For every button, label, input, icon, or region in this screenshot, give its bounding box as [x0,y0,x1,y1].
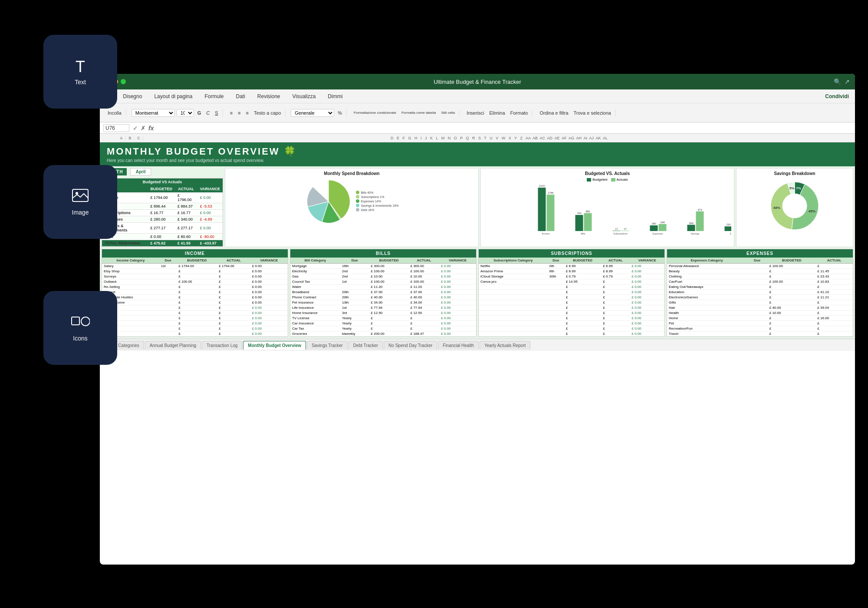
align-right[interactable]: ≡ [244,109,250,116]
formula-cross[interactable]: ✗ [141,125,146,132]
align-center[interactable]: ≡ [236,109,242,116]
sheet-tab-monthly-budget-overview[interactable]: Monthly Budget Overview [243,341,306,350]
bar-val-actual-4: 973 [697,208,702,211]
legend-label-budgeted: Budgeted [592,178,607,182]
menu-dimmi[interactable]: Dimmi [326,93,344,100]
sheet-tabs: + CategoriesAnnual Budget PlanningTransa… [100,339,855,351]
budget-actuals-table: BUDGETED ACTUAL VARIANCE Income £ 1794.0… [102,185,223,247]
formula-fx[interactable]: fx [148,125,154,132]
image-label: Image [72,209,89,216]
budget-row-budgeted: £ 896.44 [148,203,175,210]
wrap-text[interactable]: Testo a capo [252,109,283,116]
col-header-budgeted: BUDGETED [148,185,175,192]
legend-actuals: Actuals [611,178,628,182]
tabs-container: CategoriesAnnual Budget PlanningTransact… [113,341,530,350]
sheet-tab-categories[interactable]: Categories [113,341,144,350]
sort-filter-btn[interactable]: Ordina e filtra [538,109,570,116]
bold-button[interactable]: G [196,109,203,116]
sheet-tab-debt-tracker[interactable]: Debt Tracker [349,341,383,350]
sheet-tab-annual-budget-planning[interactable]: Annual Budget Planning [145,341,201,350]
expenses-table-row: Travel £ £ [667,331,853,337]
bill-col-category: Bill Category [290,258,340,264]
menu-visualizza[interactable]: Visualizza [291,93,318,100]
bills-table-row: Groceries biweekly £ 200.00 £ 188.47 £ 0… [290,331,476,337]
data-tables-section: INCOME Income Category Due BUDGETED ACTU… [100,249,855,339]
budget-row-variance: £ -80.60 [197,234,223,240]
budget-row-variance: £ 0.00 [197,223,223,234]
insert-btn[interactable]: Inserisci [465,109,486,116]
sheet-tab-financial-health[interactable]: Financial Health [438,341,479,350]
sheet-tab-no-spend-day-tracker[interactable]: No Spend Day Tracker [384,341,437,350]
delete-btn[interactable]: Elimina [487,109,506,116]
conditional-format-btn[interactable]: Formattazione condizionale [352,110,398,116]
expenses-table-row: Hair £ 40.00 £ 39.04 [667,305,853,311]
bar-chart-title: Budgeted VS. Actuals [483,171,731,176]
col-b[interactable]: B [126,136,135,140]
underline-button[interactable]: S [213,109,220,116]
donut-label-1: 45% [809,209,815,213]
expenses-section: EXPENSES Expenses Category Due BUDGETED … [667,249,853,337]
formula-check[interactable]: ✓ [133,125,138,132]
cell-reference[interactable] [103,124,129,132]
sheet-tab-transaction-log[interactable]: Transaction Log [202,341,242,350]
formula-bar: ✓ ✗ fx [100,122,855,134]
format-table-btn[interactable]: Formatta come tabella [400,110,438,116]
paste-button[interactable]: Incolla [106,109,123,116]
expenses-table-row: Health £ 10.00 £ [667,311,853,316]
bar-val-budgeted-5: 230 [726,223,731,226]
sheet-area[interactable]: MONTHLY BUDGET OVERVIEW 🍀 Here you can s… [100,142,855,339]
bar-val-budgeted-4: 309 [689,222,694,225]
main-subtitle: Here you can select your month and see y… [107,158,848,163]
sheet-tab-savings-tracker[interactable]: Savings Tracker [307,341,348,350]
number-format-selector[interactable]: Generale [291,109,334,117]
sheet-tab-yearly-actuals-report[interactable]: Yearly Actuals Report [480,341,530,350]
donut-label-2: 43% [773,206,780,210]
cell-styles-btn[interactable]: Stili cella [440,110,457,116]
maximize-button[interactable] [121,79,126,84]
income-table-row: Re-Selling £ £ £ 0.00 [102,284,288,290]
align-left[interactable]: ≡ [228,109,234,116]
budget-row-budgeted: £ 280.00 [148,216,175,223]
month-value[interactable]: April [130,168,151,175]
bar-val-actual-3: 348 [660,221,665,224]
bar-val-budgeted-1: 794 [577,212,582,215]
menu-revisione[interactable]: Revisione [256,93,282,100]
font-selector[interactable]: Montserrat [132,109,175,117]
title-bar: Ultimate Budget & Finance Tracker 🔍 ↗ [100,74,855,89]
bar-cat-4: Savings [691,232,700,235]
share-icon-title[interactable]: ↗ [845,78,850,85]
expenses-table-row: Education £ £ 41.10 [667,290,853,295]
formula-input[interactable] [157,125,852,131]
income-table-row: Etsy Shop £ £ £ 0.00 [102,269,288,274]
donut-label-0: 7% [796,186,801,190]
income-table-row: Salary 1st £ 1794.00 £ 1794.00 £ 0.00 [102,264,288,269]
percent-btn[interactable]: % [336,109,344,116]
col-a[interactable]: A [117,136,126,140]
find-select-btn[interactable]: Trova e seleziona [572,109,613,116]
bar-cat-1: Bills [581,232,585,235]
bar-budgeted-5 [725,226,732,231]
menu-disegno[interactable]: Disegno [121,93,144,100]
pie-legend-item-2: Expenses 14% [356,199,398,203]
bar-actual-2 [621,231,629,231]
bar-cat-2: Subscriptions [613,232,628,235]
donut-label-3: 5% [789,186,795,190]
italic-button[interactable]: C [204,109,211,116]
font-size-selector[interactable]: 10 [177,109,194,117]
bar-budgeted-3 [650,225,658,231]
income-section: INCOME Income Category Due BUDGETED ACTU… [102,249,288,337]
main-header: MONTHLY BUDGET OVERVIEW 🍀 Here you can s… [100,142,855,166]
budget-row-actual: £ 1796.00 [175,192,197,203]
menu-layout[interactable]: Layout di pagina [152,93,194,100]
bar-val-actual-1: 885 [585,210,590,213]
column-headers: A B C D E F G H I J K L M N O P Q R S T … [100,134,855,142]
format-btn[interactable]: Formato [509,109,530,116]
search-icon[interactable]: 🔍 [834,78,841,85]
col-c[interactable]: C [135,136,143,140]
bill-col-budgeted: BUDGETED [369,258,409,264]
menu-dati[interactable]: Dati [234,93,247,100]
menu-formule[interactable]: Formule [203,93,225,100]
income-col-variance: VARIANCE [250,258,288,264]
share-menu-item[interactable]: Condividi [823,93,851,100]
bills-table-row: Phone Contract 20th £ 40.00 £ 40.00 £ 0.… [290,295,476,300]
